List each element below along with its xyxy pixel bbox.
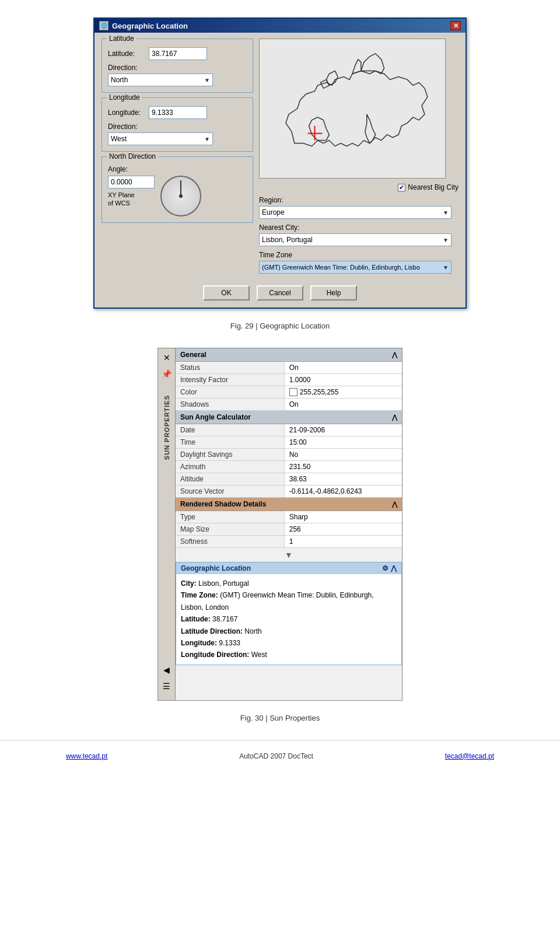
dialog-left-panel: Latitude Latitude: Direction: North ▼ <box>102 39 253 274</box>
footer-website[interactable]: www.tecad.pt <box>66 752 107 760</box>
angle-section: XY Planeof WCS <box>108 176 155 208</box>
latitude-label: Latitude: <box>108 50 149 58</box>
map-svg <box>260 39 445 178</box>
softness-value: 1 <box>284 536 402 548</box>
sun-angle-section-header: Sun Angle Calculator ⋀ <box>176 411 402 424</box>
date-value: 21-09-2006 <box>284 424 402 436</box>
lat-direction-arrow: ▼ <box>204 77 210 83</box>
nearest-city-dropdown[interactable]: Lisbon, Portugal ▼ <box>259 233 452 246</box>
close-button[interactable]: ✕ <box>450 21 461 30</box>
long-direction-row: Direction: West ▼ <box>108 123 247 145</box>
table-row: Softness 1 <box>176 536 402 548</box>
color-swatch <box>289 388 298 396</box>
sun-angle-header-label: Sun Angle Calculator <box>180 413 251 421</box>
geo-longitude-row: Longitude: 9.1333 <box>181 637 397 649</box>
rendered-shadow-header-label: Rendered Shadow Details <box>180 500 266 508</box>
timezone-value: (GMT) Greenwich Mean Time: Dublin, Edinb… <box>262 264 420 271</box>
shadows-value: On <box>284 399 402 411</box>
rendered-shadow-table: Type Sharp Map Size 256 Softness 1 <box>176 511 402 548</box>
table-row: Daylight Savings No <box>176 449 402 461</box>
source-vector-value: -0.6114,-0.4862,0.6243 <box>284 485 402 498</box>
compass-center <box>179 194 183 198</box>
geo-city-label: City: <box>181 579 197 588</box>
region-label: Region: <box>259 196 459 204</box>
lat-direction-dropdown[interactable]: North ▼ <box>108 74 213 86</box>
footer-bar: www.tecad.pt AutoCAD 2007 DocTect tecad@… <box>0 740 560 766</box>
table-row: Altitude 38.63 <box>176 473 402 485</box>
time-label: Time <box>176 436 284 449</box>
nearest-city-label: Nearest City: <box>259 223 459 232</box>
fig30-caption: Fig. 30 | Sun Properties <box>0 714 560 722</box>
longitude-legend: Longitude <box>107 93 142 102</box>
dialog-icon: 🌐 <box>99 21 108 30</box>
angle-input[interactable] <box>108 176 155 188</box>
nearest-big-city-label: Nearest Big City <box>408 183 459 191</box>
color-box-row: 255,255,255 <box>289 388 397 396</box>
geo-settings-icon[interactable]: ⚙ <box>382 564 388 572</box>
longitude-input[interactable] <box>149 106 207 119</box>
dialog-body: Latitude Latitude: Direction: North ▼ <box>94 33 466 281</box>
nearest-big-city-checkbox[interactable]: ✔ <box>398 184 405 191</box>
general-collapse-btn[interactable]: ⋀ <box>392 351 397 359</box>
pin-icon[interactable]: 📌 <box>159 367 174 381</box>
panel-content: General ⋀ Status On Intensity Factor 1.0… <box>176 348 402 700</box>
long-direction-label: Direction: <box>108 123 247 131</box>
nearest-city-arrow: ▼ <box>443 237 449 243</box>
table-row: Type Sharp <box>176 511 402 523</box>
intensity-value: 1.0000 <box>284 374 402 386</box>
north-direction-legend: North Direction <box>107 152 158 160</box>
table-row: Azimuth 231.50 <box>176 461 402 473</box>
dialog-footer: OK Cancel Help <box>94 281 466 307</box>
geo-collapse-icon[interactable]: ⋀ <box>391 564 397 572</box>
nav-menu-icon[interactable]: ☰ <box>160 679 173 693</box>
nav-left-icon[interactable]: ◀ <box>161 663 172 677</box>
cancel-button[interactable]: Cancel <box>257 285 303 300</box>
geo-latdir-value: North <box>244 627 261 635</box>
geographic-location-dialog: 🌐 Geographic Location ✕ Latitude Latitud… <box>93 18 467 309</box>
help-button[interactable]: Help <box>310 285 357 300</box>
north-direction-content: XY Planeof WCS <box>108 176 247 216</box>
geo-city-value: Lisbon, Portugal <box>198 579 249 588</box>
fig29-container: 🌐 Geographic Location ✕ Latitude Latitud… <box>0 0 560 315</box>
fig29-caption: Fig. 29 | Geographic Location <box>0 322 560 330</box>
geo-header-icons: ⚙ ⋀ <box>382 564 397 572</box>
longitude-group: Longitude Longitude: Direction: West ▼ <box>102 97 253 152</box>
color-value: 255,255,255 <box>284 386 402 399</box>
dialog-title: Geographic Location <box>112 22 188 30</box>
azimuth-value: 231.50 <box>284 461 402 473</box>
color-label: Color <box>176 386 284 399</box>
altitude-label: Altitude <box>176 473 284 485</box>
geo-location-section: Geographic Location ⚙ ⋀ City: Lisbon, Po… <box>176 562 402 665</box>
geo-timezone-row: Time Zone: (GMT) Greenwich Mean Time: Du… <box>181 589 397 613</box>
long-direction-dropdown[interactable]: West ▼ <box>108 132 213 145</box>
close-side-icon[interactable]: ✕ <box>161 351 173 365</box>
table-row: Source Vector -0.6114,-0.4862,0.6243 <box>176 485 402 498</box>
sun-angle-collapse-btn[interactable]: ⋀ <box>392 414 397 421</box>
side-tab-bar: ✕ 📌 SUN PROPERTIES ◀ ☰ <box>158 348 176 700</box>
time-value: 15:00 <box>284 436 402 449</box>
table-row: Map Size 256 <box>176 523 402 536</box>
map-size-value: 256 <box>284 523 402 536</box>
latitude-row: Latitude: <box>108 47 247 60</box>
date-label: Date <box>176 424 284 436</box>
geo-latitude-value: 38.7167 <box>212 615 237 623</box>
type-label: Type <box>176 511 284 523</box>
region-dropdown[interactable]: Europe ▼ <box>259 206 452 219</box>
dialog-right-panel: ✔ Nearest Big City Region: Europe ▼ Near… <box>259 39 459 274</box>
region-value: Europe <box>262 208 285 216</box>
footer-email[interactable]: tecad@tecad.pt <box>445 752 494 760</box>
map-size-label: Map Size <box>176 523 284 536</box>
rendered-shadow-collapse-btn[interactable]: ⋀ <box>392 501 397 508</box>
timezone-dropdown[interactable]: (GMT) Greenwich Mean Time: Dublin, Edinb… <box>259 261 452 274</box>
intensity-label: Intensity Factor <box>176 374 284 386</box>
longitude-row: Longitude: <box>108 106 247 119</box>
geo-latitude-row: Latitude: 38.7167 <box>181 613 397 625</box>
compass-widget <box>160 176 201 216</box>
lat-direction-row: Direction: North ▼ <box>108 64 247 86</box>
latitude-input[interactable] <box>149 47 207 60</box>
ok-button[interactable]: OK <box>203 285 250 300</box>
table-row: Status On <box>176 362 402 374</box>
daylight-label: Daylight Savings <box>176 449 284 461</box>
sun-properties-panel: ✕ 📌 SUN PROPERTIES ◀ ☰ General ⋀ Status … <box>158 348 402 701</box>
latitude-group: Latitude Latitude: Direction: North ▼ <box>102 39 253 93</box>
